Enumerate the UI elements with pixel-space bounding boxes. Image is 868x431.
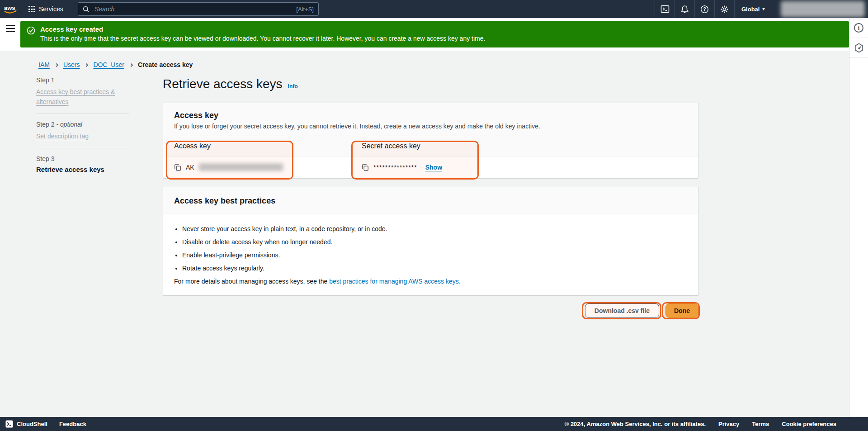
- best-practices-title: Access key best practices: [174, 196, 687, 206]
- step-divider: [36, 148, 129, 148]
- aws-logo-text: aws: [4, 5, 15, 11]
- best-practice-item: Rotate access keys regularly.: [182, 265, 687, 272]
- chevron-down-icon: ▾: [762, 7, 764, 11]
- best-practice-item: Enable least-privilege permissions.: [182, 251, 687, 259]
- right-tools-rail: i: [849, 18, 868, 417]
- breadcrumb-iam[interactable]: IAM: [38, 61, 50, 68]
- page-title: Retrieve access keys: [163, 76, 283, 92]
- chevron-right-icon: [55, 63, 58, 66]
- help-icon[interactable]: ?: [695, 0, 714, 18]
- access-key-prefix: AK: [186, 164, 194, 171]
- breadcrumb-doc-user[interactable]: DOC_User: [93, 61, 124, 68]
- download-csv-button[interactable]: Download .csv file: [585, 303, 659, 318]
- global-search[interactable]: [Alt+S]: [78, 2, 319, 16]
- best-practices-card: Access key best practices Never store yo…: [163, 187, 698, 295]
- step2-optional-suffix: - optional: [56, 121, 82, 128]
- console-footer: CloudShell Feedback © 2024, Amazon Web S…: [0, 417, 868, 431]
- copy-icon[interactable]: [362, 164, 369, 171]
- info-icon: i: [854, 23, 863, 33]
- search-icon: [83, 6, 90, 13]
- step1-label: Step 1: [36, 76, 129, 84]
- done-button[interactable]: Done: [665, 303, 698, 318]
- secret-key-masked-value: ***************: [373, 164, 417, 171]
- access-key-card-description: If you lose or forget your secret access…: [174, 123, 687, 130]
- cloudshell-label: CloudShell: [17, 421, 47, 427]
- access-key-value-cell: AK: [163, 156, 351, 178]
- access-key-redacted-value: [199, 163, 283, 171]
- best-practices-link[interactable]: best practices for managing AWS access k…: [329, 278, 461, 285]
- services-grid-icon: [28, 6, 35, 12]
- footer-cloudshell-button[interactable]: CloudShell: [5, 420, 47, 428]
- chevron-right-icon: [85, 63, 88, 66]
- secret-key-column-label: Secret access key: [351, 136, 698, 156]
- success-flashbar: Access key created This is the only time…: [20, 21, 849, 47]
- banner-strip: Access key created This is the only time…: [0, 18, 849, 51]
- terms-link[interactable]: Terms: [752, 421, 769, 427]
- best-practices-list: Never store your access key in plain tex…: [174, 225, 687, 272]
- best-practice-item: Disable or delete access key when no lon…: [182, 238, 687, 246]
- cookie-preferences-link[interactable]: Cookie preferences: [782, 421, 836, 427]
- notifications-bell-icon[interactable]: [675, 0, 694, 18]
- breadcrumb-current: Create access key: [138, 61, 193, 68]
- step-divider: [36, 114, 129, 114]
- best-practice-item: Never store your access key in plain tex…: [182, 225, 687, 233]
- hexagon-icon: [854, 43, 864, 53]
- cloudshell-terminal-icon[interactable]: [655, 0, 675, 18]
- copyright-text: © 2024, Amazon Web Services, Inc. or its…: [565, 421, 706, 427]
- services-label: Services: [39, 5, 63, 13]
- main-content-area: IAM Users DOC_User Create access key Ste…: [0, 51, 849, 417]
- access-key-card: Access key If you lose or forget your se…: [163, 103, 698, 178]
- access-key-card-title: Access key: [174, 111, 687, 120]
- breadcrumb: IAM Users DOC_User Create access key: [38, 61, 193, 68]
- top-navigation-bar: aws Services [Alt+S]: [0, 0, 868, 18]
- breadcrumb-users[interactable]: Users: [63, 61, 80, 68]
- settings-gear-icon[interactable]: [715, 0, 734, 18]
- info-link[interactable]: Info: [288, 83, 298, 90]
- search-shortcut-hint: [Alt+S]: [296, 6, 314, 13]
- flashbar-message: This is the only time that the secret ac…: [40, 35, 842, 42]
- hamburger-menu-icon[interactable]: [6, 25, 15, 32]
- step3-current: Retrieve access keys: [36, 166, 129, 173]
- feedback-link[interactable]: Feedback: [59, 421, 86, 427]
- show-secret-link[interactable]: Show: [425, 164, 442, 171]
- copy-icon[interactable]: [174, 164, 181, 171]
- wizard-steps-nav: Step 1 Access key best practices & alter…: [36, 76, 129, 173]
- step2-link[interactable]: Set description tag: [36, 133, 89, 140]
- aws-logo[interactable]: aws: [0, 4, 21, 14]
- services-menu-button[interactable]: Services: [21, 0, 71, 18]
- search-input[interactable]: [94, 5, 292, 13]
- region-label: Global: [741, 6, 760, 13]
- secret-key-value-cell: *************** Show: [351, 156, 698, 178]
- step2-label: Step 2 - optional: [36, 121, 129, 128]
- account-menu-redacted[interactable]: [781, 1, 865, 17]
- best-practices-footer-text: For more details about managing access k…: [174, 278, 329, 285]
- svg-text:?: ?: [703, 7, 706, 12]
- step1-link[interactable]: Access key best practices & alternatives: [36, 88, 115, 105]
- hexagon-panel-toggle[interactable]: [849, 38, 868, 58]
- region-selector[interactable]: Global ▾: [735, 0, 771, 18]
- step3-label: Step 3: [36, 155, 129, 162]
- best-practices-footer: For more details about managing access k…: [174, 278, 687, 285]
- check-circle-icon: [27, 26, 35, 35]
- access-key-column-label: Access key: [163, 136, 351, 156]
- flashbar-title: Access key created: [40, 25, 842, 33]
- info-panel-toggle[interactable]: i: [849, 18, 868, 38]
- cloudshell-terminal-icon: [5, 420, 13, 428]
- privacy-link[interactable]: Privacy: [718, 421, 739, 427]
- chevron-right-icon: [129, 63, 133, 66]
